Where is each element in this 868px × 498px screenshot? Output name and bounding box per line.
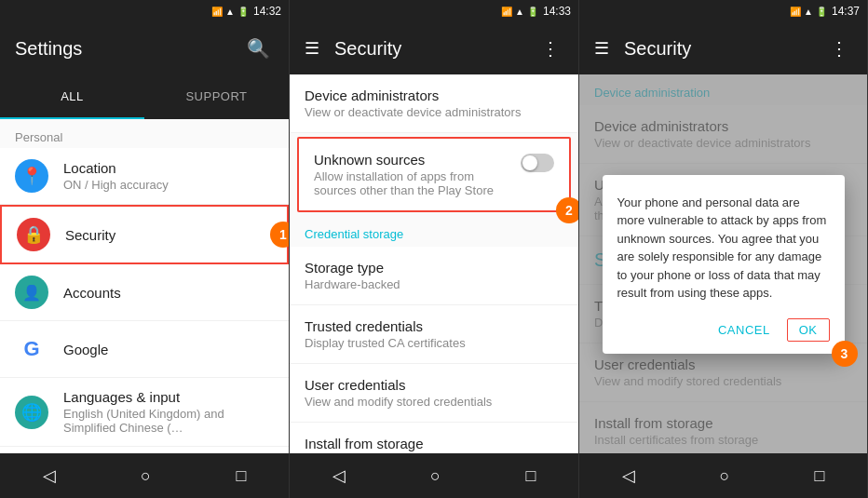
- settings-title: Settings: [15, 38, 243, 60]
- location-text: Location ON / High accuracy: [63, 160, 274, 192]
- settings-item-location[interactable]: 📍 Location ON / High accuracy: [0, 148, 289, 205]
- recent-btn-1[interactable]: □: [217, 459, 264, 493]
- home-btn-3[interactable]: ○: [701, 459, 749, 493]
- security-title: Security: [65, 227, 272, 243]
- security-text: Security: [65, 227, 272, 243]
- accounts-title: Accounts: [63, 285, 274, 301]
- security-icon: 🔒: [17, 218, 50, 251]
- battery-icon-3: 🔋: [816, 7, 827, 17]
- cancel-button[interactable]: CANCEL: [709, 317, 780, 343]
- battery-icon: 🔋: [237, 7, 249, 17]
- storage-type-title: Storage type: [305, 260, 563, 276]
- google-icon: G: [15, 332, 48, 366]
- status-icons-1: 📶 ▲ 🔋 14:32: [211, 5, 281, 18]
- ok-button[interactable]: OK: [787, 318, 830, 342]
- status-bar-1: 📶 ▲ 🔋 14:32: [0, 0, 289, 22]
- status-bar-3: 📶 ▲ 🔋 14:37: [579, 0, 867, 22]
- time-3: 14:37: [832, 5, 860, 18]
- back-btn-2[interactable]: ◁: [314, 458, 364, 493]
- security-item-unknown-sources[interactable]: Unknown sources Allow installation of ap…: [297, 137, 571, 212]
- more-icon-2[interactable]: ⋮: [537, 34, 563, 63]
- more-icon-3[interactable]: ⋮: [826, 34, 852, 63]
- tabs-bar: ALL SUPPORT: [0, 74, 289, 119]
- recent-btn-2[interactable]: □: [507, 459, 554, 493]
- recent-btn-3[interactable]: □: [796, 459, 844, 493]
- trusted-creds-title: Trusted credentials: [305, 318, 563, 334]
- back-btn-1[interactable]: ◁: [24, 458, 75, 493]
- top-bar-security: ☰ Security ⋮: [290, 22, 578, 74]
- unknown-sources-toggle[interactable]: [521, 154, 554, 172]
- status-bar-2: 📶 ▲ 🔋 14:33: [290, 0, 578, 22]
- warning-dialog: Your phone and personal data are more vu…: [603, 175, 845, 354]
- dialog-message: Your phone and personal data are more vu…: [617, 194, 830, 303]
- home-btn-1[interactable]: ○: [122, 459, 170, 493]
- install-storage-title: Install from storage: [305, 436, 563, 451]
- status-icons-2: 📶 ▲ 🔋 14:33: [501, 5, 571, 18]
- language-subtitle: English (United Kingdom) and Simplified …: [63, 407, 274, 435]
- settings-item-security[interactable]: 🔒 Security 1: [0, 205, 289, 264]
- search-icon[interactable]: 🔍: [243, 34, 274, 63]
- panel-security-dialog: 📶 ▲ 🔋 14:37 ☰ Security ⋮ Device administ…: [579, 0, 868, 498]
- bottom-nav-3: ◁ ○ □: [579, 453, 867, 498]
- battery-icon-2: 🔋: [527, 7, 538, 17]
- step-badge-2: 2: [556, 197, 578, 223]
- signal-icon-3: 📶: [790, 7, 801, 17]
- step-badge-1: 1: [270, 222, 289, 248]
- security-title-3: Security: [624, 38, 826, 60]
- accounts-text: Accounts: [63, 285, 274, 301]
- user-creds-subtitle: View and modify stored credentials: [305, 395, 563, 409]
- wifi-icon: ▲: [225, 7, 235, 17]
- time-1: 14:32: [253, 5, 281, 18]
- trusted-creds-subtitle: Display trusted CA certificates: [305, 336, 563, 350]
- user-creds-title: User credentials: [305, 377, 563, 393]
- device-admin-title: Device administrators: [305, 87, 563, 103]
- location-subtitle: ON / High accuracy: [63, 178, 274, 192]
- hamburger-icon-3[interactable]: ☰: [594, 38, 609, 59]
- unknown-sources-subtitle: Allow installation of apps from sources …: [314, 169, 509, 197]
- google-text: Google: [63, 342, 274, 357]
- back-btn-3[interactable]: ◁: [604, 458, 654, 493]
- security-item-user-creds[interactable]: User credentials View and modify stored …: [290, 364, 578, 423]
- security-item-storage-type[interactable]: Storage type Hardware-backed: [290, 247, 578, 305]
- security-content-3: Device administration Device administrat…: [579, 74, 867, 453]
- wifi-icon-2: ▲: [515, 7, 524, 17]
- time-2: 14:33: [543, 5, 571, 18]
- dialog-overlay: Your phone and personal data are more vu…: [579, 74, 867, 453]
- unknown-sources-title: Unknown sources: [314, 152, 509, 168]
- bottom-nav-1: ◁ ○ □: [0, 453, 289, 498]
- section-personal: Personal: [0, 119, 289, 148]
- top-bar-security-3: ☰ Security ⋮: [579, 22, 867, 74]
- language-icon: 🌐: [15, 396, 48, 429]
- security-content: Device administrators View or deactivate…: [290, 74, 578, 453]
- unknown-sources-text: Unknown sources Allow installation of ap…: [314, 152, 521, 197]
- language-title: Languages & input: [63, 389, 274, 405]
- top-bar-settings: Settings 🔍: [0, 22, 289, 74]
- signal-icon-2: 📶: [501, 7, 512, 17]
- security-item-trusted-creds[interactable]: Trusted credentials Display trusted CA c…: [290, 305, 578, 364]
- storage-type-subtitle: Hardware-backed: [305, 277, 563, 291]
- settings-item-accounts[interactable]: 👤 Accounts: [0, 264, 289, 321]
- wifi-icon-3: ▲: [804, 7, 813, 17]
- tab-support[interactable]: SUPPORT: [144, 74, 289, 119]
- location-title: Location: [63, 160, 274, 176]
- settings-content: Personal 📍 Location ON / High accuracy 🔒…: [0, 119, 289, 453]
- accounts-icon: 👤: [15, 276, 48, 309]
- hamburger-icon-2[interactable]: ☰: [305, 38, 319, 59]
- home-btn-2[interactable]: ○: [412, 459, 459, 493]
- credential-storage-header: Credential storage: [290, 216, 578, 247]
- security-item-install-storage[interactable]: Install from storage Install certificate…: [290, 423, 578, 453]
- step-badge-3: 3: [832, 341, 858, 367]
- security-item-device-admin[interactable]: Device administrators View or deactivate…: [290, 74, 578, 133]
- toggle-knob: [522, 155, 537, 170]
- settings-item-language[interactable]: 🌐 Languages & input English (United King…: [0, 378, 289, 447]
- tab-all[interactable]: ALL: [0, 74, 144, 119]
- status-icons-3: 📶 ▲ 🔋 14:37: [790, 5, 860, 18]
- language-text: Languages & input English (United Kingdo…: [63, 389, 274, 435]
- device-admin-subtitle: View or deactivate device administrators: [305, 105, 563, 119]
- security-page-title: Security: [334, 38, 537, 60]
- location-icon: 📍: [15, 159, 48, 193]
- panel-settings: 📶 ▲ 🔋 14:32 Settings 🔍 ALL SUPPORT Perso…: [0, 0, 290, 498]
- settings-item-backup[interactable]: ☁ Backup & reset: [0, 447, 289, 453]
- settings-item-google[interactable]: G Google: [0, 321, 289, 378]
- bottom-nav-2: ◁ ○ □: [290, 453, 578, 498]
